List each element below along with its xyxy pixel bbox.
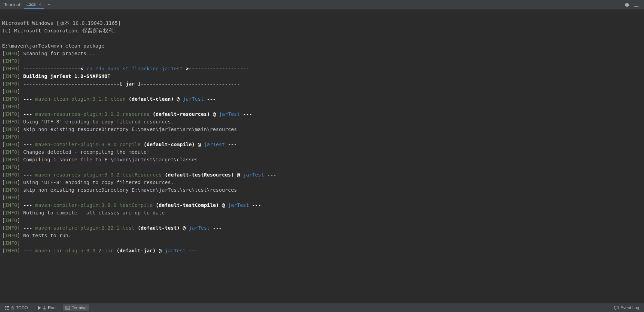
log-level: INFO xyxy=(5,248,17,253)
compiler-goal: (default-compile) xyxy=(143,142,195,147)
project-header-close: >-------------------- xyxy=(183,66,249,71)
building-line: Building jarTest 1.0-SNAPSHOT xyxy=(23,73,110,79)
resources-goal: (default-resources) xyxy=(153,111,210,117)
project-coords: cn.edu.huas.st.flameking:jarTest xyxy=(86,66,182,71)
log-level: INFO xyxy=(5,195,17,200)
add-tab-icon[interactable]: + xyxy=(44,2,54,8)
test-resources-goal: (default-testResources) xyxy=(165,172,234,178)
svg-rect-7 xyxy=(66,306,70,310)
no-tests-line: No tests to run. xyxy=(23,233,71,238)
plugin-sep: --- xyxy=(23,225,35,231)
terminal-tool-button[interactable]: Terminal xyxy=(63,304,89,311)
plugin-sep: --- xyxy=(23,248,35,253)
utf8-line: Using 'UTF-8' encoding to copy filtered … xyxy=(23,119,174,124)
run-tool-button[interactable]: 4: Run xyxy=(36,304,58,311)
terminal-label: Terminal xyxy=(72,305,87,310)
log-level: INFO xyxy=(5,73,17,79)
test-compile-plugin: maven-compiler-plugin:3.8.0:testCompile xyxy=(35,202,152,208)
log-level: INFO xyxy=(5,180,17,185)
terminal-tab-local[interactable]: Local × xyxy=(24,1,44,9)
log-level: INFO xyxy=(5,81,17,87)
test-compile-goal: (default-testCompile) xyxy=(156,202,219,208)
log-level: INFO xyxy=(5,58,17,64)
plugin-sep: --- xyxy=(23,202,35,208)
todo-tool-button[interactable]: 6: TODO xyxy=(3,304,30,311)
compiling-line: Compiling 1 source file to E:\maven\jarT… xyxy=(23,157,198,162)
log-level: INFO xyxy=(5,104,17,109)
project-header-open: -------------------< xyxy=(23,66,86,71)
terminal-panel-label: Terminal: xyxy=(1,2,24,7)
event-log-button[interactable]: Event Log xyxy=(612,304,641,311)
log-level: INFO xyxy=(5,210,17,215)
log-level: INFO xyxy=(5,218,17,223)
clean-goal: (default-clean) xyxy=(129,96,174,102)
log-level: INFO xyxy=(5,149,17,155)
command-prompt-line: E:\maven\jarTest>mvn clean package xyxy=(2,43,105,49)
close-tab-icon[interactable]: × xyxy=(38,2,41,7)
project-name: jarTest xyxy=(219,111,240,117)
todo-list-icon xyxy=(5,305,10,310)
todo-shortcut: 6 xyxy=(11,305,14,310)
clean-plugin: maven-clean-plugin:3.1.0:clean xyxy=(35,96,126,102)
log-level: INFO xyxy=(5,225,17,231)
surefire-goal: (default-test) xyxy=(138,225,180,231)
project-name: jarTest xyxy=(204,142,225,147)
todo-label: : TODO xyxy=(14,305,28,310)
event-log-label: Event Log xyxy=(621,305,639,310)
svg-rect-4 xyxy=(7,308,9,308)
plugin-sep: --- xyxy=(23,111,35,117)
minimize-panel-icon[interactable] xyxy=(633,1,640,8)
project-name: jarTest xyxy=(189,225,210,231)
plugin-sep: --- xyxy=(23,96,35,102)
scanning-text: Scanning for projects... xyxy=(23,51,96,56)
log-level: INFO xyxy=(5,51,17,56)
project-name: jarTest xyxy=(228,202,249,208)
os-version-line: Microsoft Windows [版本 10.0.19043.1165] xyxy=(2,20,121,26)
terminal-output[interactable]: Microsoft Windows [版本 10.0.19043.1165] (… xyxy=(0,10,644,303)
run-label: : Run xyxy=(46,305,56,310)
terminal-tab-label: Local xyxy=(27,2,37,7)
log-level: INFO xyxy=(5,134,17,140)
utf8-line2: Using 'UTF-8' encoding to copy filtered … xyxy=(23,180,174,185)
log-level: INFO xyxy=(5,89,17,94)
plugin-sep: --- xyxy=(23,142,35,147)
skip-test-resources: skip non existing resourceDirectory E:\m… xyxy=(23,187,237,193)
log-level: INFO xyxy=(5,233,17,238)
svg-rect-5 xyxy=(5,309,6,310)
log-level: INFO xyxy=(5,119,17,124)
play-icon xyxy=(38,306,42,310)
log-level: INFO xyxy=(5,142,17,147)
project-name: jarTest xyxy=(165,248,186,253)
log-level: INFO xyxy=(5,240,17,246)
log-level: INFO xyxy=(5,172,17,178)
packaging-line: --------------------------------[ jar ]-… xyxy=(23,81,240,87)
surefire-plugin: maven-surefire-plugin:2.22.1:test xyxy=(35,225,135,231)
test-resources-plugin: maven-resources-plugin:3.0.2:testResourc… xyxy=(35,172,162,178)
svg-rect-0 xyxy=(634,6,638,7)
log-level: INFO xyxy=(5,66,17,71)
resources-plugin: maven-resources-plugin:3.0.2:resources xyxy=(35,111,150,117)
log-level: INFO xyxy=(5,187,17,193)
project-name: jarTest xyxy=(243,172,264,178)
svg-rect-1 xyxy=(5,306,6,307)
plugin-sep: --- xyxy=(23,172,35,178)
log-level: INFO xyxy=(5,111,17,117)
log-level: INFO xyxy=(5,96,17,102)
log-level: INFO xyxy=(5,164,17,170)
gear-icon[interactable] xyxy=(623,1,630,8)
compiler-plugin: maven-compiler-plugin:3.8.0:compile xyxy=(35,142,141,147)
log-level: INFO xyxy=(5,157,17,162)
nothing-compile-line: Nothing to compile - all classes are up … xyxy=(23,210,165,215)
project-name: jarTest xyxy=(183,96,204,102)
skip-main-resources: skip non existing resourceDirectory E:\m… xyxy=(23,127,237,132)
terminal-icon xyxy=(65,305,70,310)
speech-bubble-icon xyxy=(614,305,619,310)
svg-rect-6 xyxy=(7,309,9,310)
copyright-line: (c) Microsoft Corporation。保留所有权利。 xyxy=(2,28,119,33)
jar-plugin: maven-jar-plugin:3.0.2:jar xyxy=(35,248,113,253)
svg-rect-3 xyxy=(5,308,6,308)
log-level: INFO xyxy=(5,127,17,132)
jar-goal: (default-jar) xyxy=(117,248,156,253)
log-level: INFO xyxy=(5,202,17,208)
changes-line: Changes detected - recompiling the modul… xyxy=(23,149,150,155)
